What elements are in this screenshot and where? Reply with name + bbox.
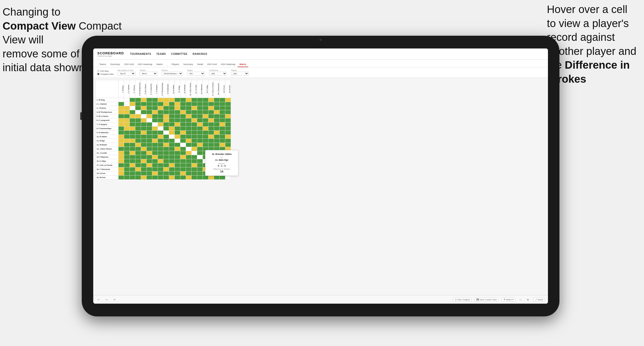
matrix-cell[interactable] [130,176,135,180]
matrix-cell[interactable] [175,106,180,110]
matrix-cell[interactable] [147,155,152,159]
matrix-cell[interactable] [119,151,124,155]
matrix-cell[interactable] [197,110,203,114]
matrix-cell[interactable] [124,147,130,151]
matrix-cell[interactable] [152,159,158,163]
matrix-cell[interactable] [163,139,169,143]
matrix-cell[interactable] [163,159,169,163]
matrix-cell[interactable] [135,110,141,114]
sub-tab-matrix-teams[interactable]: Matrix [155,62,165,67]
matrix-cell[interactable] [208,110,214,114]
share-icon[interactable]: □ [518,298,523,301]
matrix-cell[interactable] [158,131,163,135]
max-players-select[interactable]: Top 25 [118,72,135,76]
matrix-cell[interactable] [169,167,175,171]
matrix-cell[interactable] [163,131,169,135]
matrix-cell[interactable] [214,135,220,139]
matrix-cell[interactable] [152,167,158,171]
matrix-cell[interactable] [119,102,124,106]
matrix-cell[interactable] [186,122,192,127]
matrix-cell[interactable] [141,131,147,135]
matrix-cell[interactable] [220,98,225,102]
matrix-cell[interactable] [135,135,141,139]
matrix-cell[interactable] [186,143,192,147]
matrix-cell[interactable] [119,147,124,151]
matrix-cell[interactable] [225,118,231,122]
matrix-cell[interactable] [175,167,180,171]
matrix-cell[interactable] [186,110,192,114]
matrix-cell[interactable] [203,118,208,122]
matrix-cell[interactable] [124,155,130,159]
matrix-cell[interactable] [203,110,208,114]
compact-view-radio[interactable] [97,73,99,75]
matrix-cell[interactable] [169,118,175,122]
matrix-cell[interactable] [214,127,220,131]
save-custom-button[interactable]: 💾 Save Custom View [475,298,499,302]
matrix-cell[interactable] [192,98,197,102]
matrix-cell[interactable] [186,159,192,163]
matrix-cell[interactable] [197,131,203,135]
matrix-cell[interactable] [220,110,225,114]
matrix-cell[interactable] [124,114,130,118]
matrix-cell[interactable] [186,106,192,110]
matrix-cell[interactable] [147,171,152,176]
matrix-cell[interactable] [130,102,135,106]
matrix-cell[interactable] [197,98,203,102]
matrix-cell[interactable] [180,155,186,159]
matrix-cell[interactable] [141,147,147,151]
matrix-cell[interactable] [180,98,186,102]
matrix-cell[interactable] [158,102,163,106]
matrix-cell[interactable] [124,118,130,122]
matrix-cell[interactable] [158,155,163,159]
sub-tab-h2h-heatmap-teams[interactable]: H2H Heatmap [136,62,155,67]
matrix-cell[interactable] [186,167,192,171]
matrix-cell[interactable] [169,98,175,102]
matrix-cell[interactable] [197,118,203,122]
matrix-cell[interactable] [124,159,130,163]
matrix-cell[interactable] [197,127,203,131]
matrix-cell[interactable] [225,143,231,147]
matrix-cell[interactable] [158,147,163,151]
matrix-cell[interactable] [147,98,152,102]
matrix-cell[interactable] [169,114,175,118]
matrix-cell[interactable] [135,127,141,131]
matrix-cell[interactable] [197,151,203,155]
matrix-cell[interactable] [169,143,175,147]
matrix-cell[interactable] [119,155,124,159]
matrix-cell[interactable] [192,131,197,135]
matrix-cell[interactable] [169,131,175,135]
sub-tab-detail[interactable]: Detail [195,62,205,67]
matrix-cell[interactable] [192,159,197,163]
matrix-cell[interactable] [141,171,147,176]
nav-item-rankings[interactable]: RANKINGS [193,52,207,56]
matrix-cell[interactable] [124,131,130,135]
sub-tab-teams[interactable]: Teams [97,62,108,67]
matrix-cell[interactable] [220,143,225,147]
matrix-cell[interactable] [124,163,130,167]
matrix-cell[interactable] [158,171,163,176]
matrix-cell[interactable] [186,127,192,131]
matrix-cell[interactable] [124,171,130,176]
matrix-cell[interactable] [186,102,192,106]
matrix-cell[interactable] [197,147,203,151]
matrix-cell[interactable] [141,143,147,147]
matrix-cell[interactable] [163,110,169,114]
matrix-container[interactable]: 1. W Ding 2. L Clanton 3. J Koivun 4. M … [93,78,548,295]
matrix-cell[interactable] [152,102,158,106]
matrix-cell[interactable] [180,135,186,139]
matrix-cell[interactable] [158,151,163,155]
matrix-cell[interactable] [175,163,180,167]
matrix-cell[interactable] [186,131,192,135]
matrix-cell[interactable] [192,122,197,127]
matrix-cell[interactable] [135,176,141,180]
matrix-cell[interactable] [225,114,231,118]
matrix-cell[interactable] [180,131,186,135]
matrix-cell[interactable] [130,106,135,110]
matrix-cell[interactable] [203,139,208,143]
matrix-cell[interactable] [141,110,147,114]
matrix-cell[interactable] [119,118,124,122]
matrix-cell[interactable] [152,110,158,114]
matrix-cell[interactable] [192,114,197,118]
matrix-cell[interactable] [175,171,180,176]
matrix-cell[interactable] [169,110,175,114]
